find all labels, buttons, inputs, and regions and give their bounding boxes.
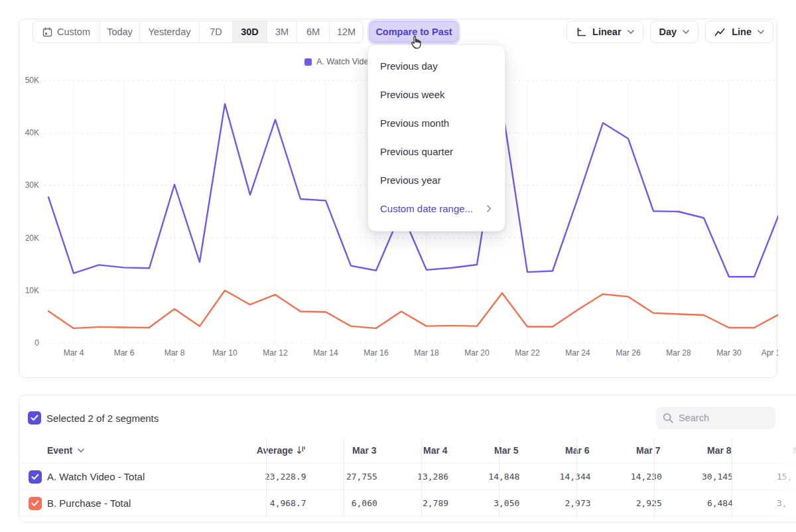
segment-checkbox[interactable]: [29, 497, 42, 510]
x-axis-label: Mar 16: [364, 348, 389, 358]
check-icon: [31, 500, 39, 507]
x-axis-label: Mar 28: [666, 348, 691, 358]
column-header-label: Average: [257, 445, 293, 456]
table-cell: 6,060: [315, 498, 386, 508]
x-axis-label: Mar 4: [64, 348, 84, 358]
search-input[interactable]: [679, 413, 765, 423]
table-row-b[interactable]: B. Purchase - Total4,968.76,0602,7893,05…: [19, 490, 796, 517]
legend-swatch: [304, 58, 312, 66]
column-divider: [344, 438, 344, 517]
table-cell: 14,230: [600, 472, 671, 482]
column-header[interactable]: Mar 5: [456, 445, 527, 456]
y-axis-label: 20K: [25, 233, 39, 243]
column-divider: [266, 438, 267, 517]
table-cell: 14,848: [457, 472, 528, 482]
table-cell: 27,755: [315, 472, 386, 482]
y-axis-label: 30K: [25, 180, 39, 190]
x-axis-label: Mar 24: [565, 348, 590, 358]
menu-item-previous-year[interactable]: Previous year: [368, 166, 505, 194]
table-cell: 15,: [742, 472, 796, 482]
x-axis-label: Apr 1: [762, 348, 778, 358]
x-axis-label: Mar 22: [515, 348, 540, 358]
x-axis-label: Mar 6: [114, 348, 135, 358]
x-axis-label: Mar 14: [313, 348, 338, 358]
segments-selected-text: Selected 2 of 2 segments: [46, 413, 159, 424]
segments-table: EventAverageMar 3Mar 4Mar 5Mar 6Mar 7Mar…: [19, 438, 796, 517]
check-icon: [31, 415, 38, 421]
event-cell: B. Purchase - Total: [19, 497, 243, 510]
y-axis-label: 0: [34, 338, 39, 348]
check-icon: [31, 474, 39, 480]
column-divider: [576, 438, 577, 517]
table-header-row: EventAverageMar 3Mar 4Mar 5Mar 6Mar 7Mar…: [19, 438, 796, 464]
column-divider: [499, 438, 499, 517]
menu-item-label: Previous quarter: [380, 137, 453, 166]
event-cell: A. Watch Video - Total: [19, 470, 243, 484]
compare-to-past-menu: Previous dayPrevious weekPrevious monthP…: [367, 44, 505, 232]
table-cell: 4,968.7: [243, 498, 314, 508]
x-axis-label: Mar 20: [464, 348, 490, 358]
table-cell: 2,925: [600, 498, 671, 508]
table-cell: 6,484: [671, 498, 742, 508]
column-header[interactable]: Mar 6: [527, 445, 598, 456]
chart-card: CustomTodayYesterday7D30D3M6M12M Compare…: [19, 19, 777, 378]
menu-item-custom-date-range[interactable]: Custom date range...: [368, 194, 505, 223]
y-axis-label: 10K: [25, 286, 39, 295]
series-line-b[interactable]: [48, 291, 778, 328]
table-cell: 3,: [742, 498, 796, 508]
segments-bar: Selected 2 of 2 segments: [19, 395, 796, 438]
table-cell: 23,228.9: [243, 472, 314, 482]
menu-item-previous-quarter[interactable]: Previous quarter: [368, 137, 505, 166]
menu-item-label: Previous month: [380, 109, 449, 137]
menu-item-previous-month[interactable]: Previous month: [368, 109, 505, 137]
event-column-header[interactable]: Event: [19, 445, 243, 456]
sort-descending-icon: [297, 446, 306, 455]
column-divider: [654, 438, 655, 517]
segment-label: A. Watch Video - Total: [47, 471, 145, 482]
y-axis-label: 50K: [25, 76, 39, 85]
segment-checkbox[interactable]: [29, 470, 42, 484]
column-header[interactable]: M: [740, 445, 796, 456]
menu-item-label: Custom date range...: [380, 194, 473, 223]
chevron-down-icon: [78, 448, 84, 453]
table-cell: 3,050: [457, 498, 528, 508]
menu-item-previous-week[interactable]: Previous week: [368, 80, 505, 109]
search-icon: [663, 413, 673, 423]
x-axis-label: Mar 26: [616, 348, 641, 358]
x-axis-label: Mar 8: [165, 348, 185, 358]
menu-item-label: Previous week: [380, 80, 445, 109]
segments-table-card: Selected 2 of 2 segments EventAverageMar…: [19, 395, 796, 523]
select-all-checkbox[interactable]: [28, 411, 41, 425]
menu-item-previous-day[interactable]: Previous day: [368, 52, 505, 80]
column-divider: [732, 438, 732, 517]
segment-label: B. Purchase - Total: [47, 498, 131, 509]
table-cell: 30,145: [671, 472, 742, 482]
x-axis-label: Mar 30: [716, 348, 742, 358]
x-axis-label: Mar 10: [212, 348, 237, 358]
chevron-right-icon: [487, 205, 492, 212]
event-header-label: Event: [29, 445, 72, 456]
table-row-a[interactable]: A. Watch Video - Total23,228.927,75513,2…: [19, 464, 796, 490]
column-header[interactable]: Average: [243, 445, 314, 456]
column-divider: [421, 438, 422, 517]
column-header[interactable]: Mar 7: [598, 445, 669, 456]
x-axis-label: Mar 12: [263, 348, 288, 358]
column-header[interactable]: Mar 8: [669, 445, 740, 456]
menu-item-label: Previous day: [380, 52, 438, 80]
column-header[interactable]: Mar 3: [314, 445, 385, 456]
menu-item-label: Previous year: [380, 166, 441, 194]
table-cell: 2,973: [528, 498, 599, 508]
x-axis-label: Mar 18: [414, 348, 439, 358]
y-axis-label: 40K: [25, 128, 39, 137]
search-box[interactable]: [656, 407, 775, 429]
table-cell: 14,344: [528, 472, 599, 482]
